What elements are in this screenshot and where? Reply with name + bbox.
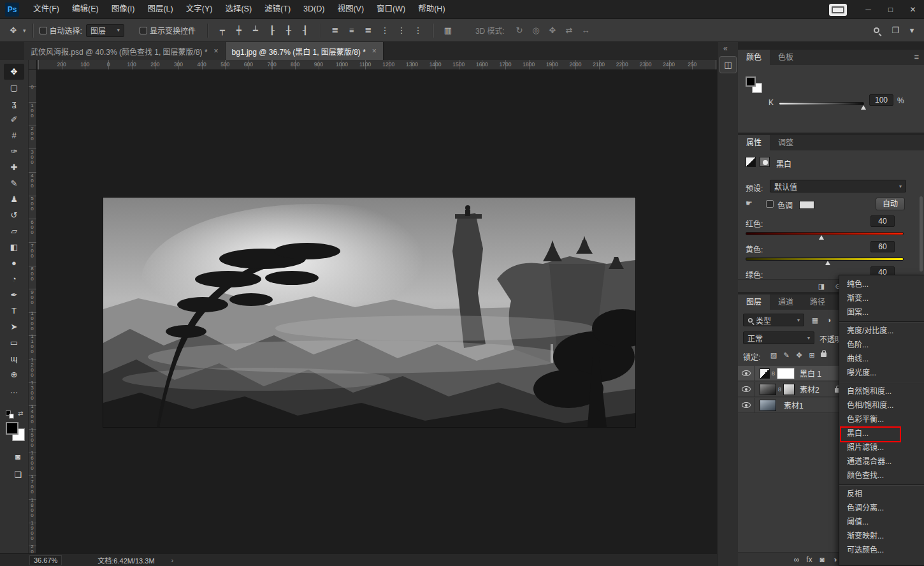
k-slider[interactable]: [779, 102, 864, 105]
menu-item[interactable]: 图层(L): [141, 0, 179, 18]
blend-mode-dropdown[interactable]: 正常 ▾: [743, 331, 814, 344]
workspace-selector-icon[interactable]: ❐: [887, 23, 904, 38]
lock-position-icon[interactable]: ✥: [793, 349, 805, 361]
spot-healing-brush-tool[interactable]: ✚: [4, 159, 24, 175]
filter-pixel-layers-icon[interactable]: ▦: [808, 314, 822, 326]
lock-all-icon[interactable]: [821, 352, 827, 357]
distribute-right-icon[interactable]: ⋮: [410, 23, 426, 38]
close-tab-icon[interactable]: ×: [214, 47, 219, 55]
tint-checkbox[interactable]: [766, 200, 774, 208]
clone-stamp-tool[interactable]: ♟: [4, 191, 24, 207]
distribute-vcenter-icon[interactable]: ≡: [343, 23, 360, 38]
targeted-adjustment-icon[interactable]: ☛: [746, 199, 753, 208]
3d-scale-icon[interactable]: ↔: [577, 23, 594, 38]
panel-tab[interactable]: 调整: [770, 135, 802, 150]
document-tab-wuxia[interactable]: 武侠风海报.psd @ 40.3% (颜色查找 1, 图层蒙版/8) * ×: [24, 42, 226, 60]
edit-toolbar-icon[interactable]: …: [4, 382, 24, 398]
menu-item[interactable]: 滤镜(T): [258, 0, 297, 18]
tint-color-swatch[interactable]: [799, 201, 814, 209]
adjustment-menu-item[interactable]: 色阶...: [839, 338, 924, 352]
rectangular-marquee-tool[interactable]: ▢: [4, 80, 24, 96]
red-slider[interactable]: [746, 232, 904, 235]
adjustment-menu-item[interactable]: 渐变映射...: [839, 529, 924, 543]
adjustment-menu-item[interactable]: 阈值...: [839, 515, 924, 529]
3d-roll-icon[interactable]: ◎: [528, 23, 544, 38]
color-panel-swatches[interactable]: [744, 75, 763, 94]
window-layout-icon[interactable]: [829, 4, 847, 16]
adjustment-menu-item[interactable]: 照片滤镜...: [839, 440, 924, 454]
distribute-spacing-icon[interactable]: ▥: [440, 23, 456, 38]
adjustment-layer-thumbnail[interactable]: [760, 368, 770, 379]
menu-item[interactable]: 选择(S): [219, 0, 258, 18]
adjustment-menu-item[interactable]: 颜色查找...: [839, 468, 924, 483]
panel-tab[interactable]: 属性: [738, 135, 770, 150]
adjustment-menu-item[interactable]: 自然饱和度...: [839, 384, 924, 398]
properties-scrollbar[interactable]: [920, 196, 923, 272]
align-vertical-centers-icon[interactable]: ┿: [231, 23, 247, 38]
adjustment-menu-item[interactable]: 渐变...: [839, 291, 924, 305]
foreground-color-swatch[interactable]: [6, 422, 18, 435]
hand-tool[interactable]: ɰ: [4, 351, 24, 366]
auto-button[interactable]: 自动: [876, 198, 905, 210]
brush-tool[interactable]: ✎: [4, 175, 24, 191]
menu-item[interactable]: 3D(D): [297, 0, 331, 18]
panel-tab[interactable]: 色板: [770, 50, 802, 65]
menu-item[interactable]: 图像(I): [105, 0, 141, 18]
menu-item[interactable]: 帮助(H): [412, 0, 451, 18]
layer-visibility-toggle[interactable]: [738, 398, 754, 413]
eraser-tool[interactable]: ▱: [4, 223, 24, 239]
layer-thumbnail[interactable]: [760, 400, 776, 411]
layer-thumbnail[interactable]: [760, 384, 776, 395]
adjustment-menu-item[interactable]: 图案...: [839, 305, 924, 319]
layer-mask-thumbnail[interactable]: [783, 384, 795, 395]
rectangle-tool[interactable]: ▭: [4, 335, 24, 351]
eyedropper-tool[interactable]: ✑: [4, 143, 24, 159]
blur-tool[interactable]: ●: [4, 255, 24, 271]
lock-artboard-icon[interactable]: ⊞: [805, 349, 818, 361]
3d-pan-icon[interactable]: ✥: [544, 23, 561, 38]
yellow-value-field[interactable]: 60: [870, 241, 895, 252]
adjustment-menu-item[interactable]: 曲线...: [839, 352, 924, 366]
yellow-slider-handle[interactable]: [825, 261, 830, 265]
menu-item[interactable]: 视图(V): [331, 0, 370, 18]
3d-slide-icon[interactable]: ⇄: [561, 23, 577, 38]
layer-visibility-toggle[interactable]: [738, 366, 754, 381]
default-colors-icon[interactable]: [6, 410, 15, 419]
red-slider-handle[interactable]: [819, 235, 824, 240]
current-tool-icon[interactable]: ✥: [5, 23, 22, 38]
maximize-button[interactable]: □: [879, 0, 902, 19]
add-layer-mask-icon[interactable]: ◙: [816, 552, 828, 566]
lasso-tool[interactable]: ʓ: [4, 96, 24, 112]
menu-item[interactable]: 文字(Y): [180, 0, 219, 18]
layer-mask-thumbnail[interactable]: [777, 368, 795, 379]
close-button[interactable]: ✕: [902, 0, 924, 19]
gradient-tool[interactable]: ◧: [4, 239, 24, 255]
move-tool[interactable]: ✥: [4, 64, 24, 80]
align-right-edges-icon[interactable]: ┨: [297, 23, 314, 38]
history-brush-tool[interactable]: ↺: [4, 207, 24, 223]
align-left-edges-icon[interactable]: ┠: [264, 23, 280, 38]
link-layers-icon[interactable]: ∞: [790, 552, 803, 566]
dodge-tool[interactable]: ◔: [4, 271, 24, 287]
zoom-level-field[interactable]: 36.67%: [29, 555, 62, 565]
lock-image-pixels-icon[interactable]: ✎: [780, 349, 793, 361]
align-top-edges-icon[interactable]: ┯: [214, 23, 231, 38]
show-transform-checkbox[interactable]: [140, 27, 147, 34]
document-tab-bg1[interactable]: bg1.jpg @ 36.7% (黑白 1, 图层蒙版/8) * ×: [226, 42, 384, 60]
close-tab-icon[interactable]: ×: [372, 47, 377, 55]
layer-name[interactable]: 素材1: [784, 400, 804, 410]
yellow-slider[interactable]: [746, 258, 904, 261]
collapsed-panel-icon[interactable]: ◫: [719, 56, 737, 73]
lock-transparent-pixels-icon[interactable]: ▨: [767, 349, 780, 361]
pen-tool[interactable]: ✒: [4, 287, 24, 303]
menu-item[interactable]: 窗口(W): [370, 0, 412, 18]
swap-colors-icon[interactable]: ⇄: [18, 410, 23, 417]
quick-mask-icon[interactable]: ◙: [8, 449, 28, 465]
clip-to-layer-icon[interactable]: ◨: [813, 280, 830, 293]
panel-tab[interactable]: 颜色: [738, 50, 770, 65]
adjustment-menu-item[interactable]: 通道混合器...: [839, 454, 924, 468]
status-chevron-icon[interactable]: ›: [171, 556, 174, 564]
k-slider-handle[interactable]: [861, 105, 866, 110]
panel-menu-icon[interactable]: ≡: [914, 50, 919, 65]
minimize-button[interactable]: ─: [857, 0, 879, 19]
